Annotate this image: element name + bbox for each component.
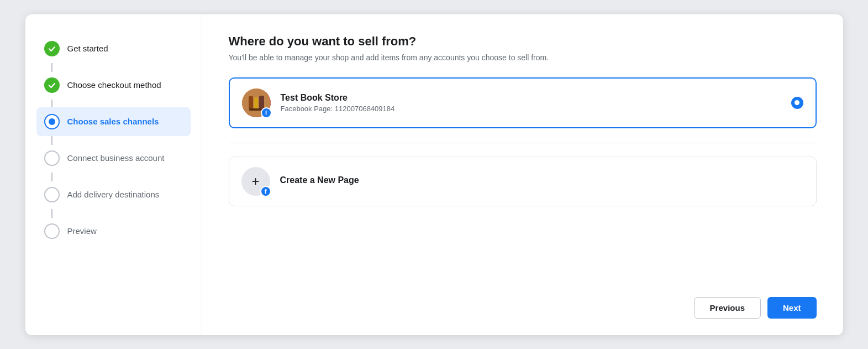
account-radio-selected[interactable] [791,97,803,109]
facebook-badge: f [261,107,272,118]
modal-container: Get started Choose checkout method Choos… [25,14,843,335]
step-icon-add-delivery [44,187,60,202]
sidebar-item-preview[interactable]: Preview [36,217,191,246]
sidebar-item-choose-checkout-method[interactable]: Choose checkout method [36,71,191,100]
account-sub: Facebook Page: 112007068409184 [281,105,781,113]
new-page-avatar: + f [241,167,270,196]
account-info: Test Book Store Facebook Page: 112007068… [281,93,781,113]
sidebar-item-get-started[interactable]: Get started [36,34,191,63]
sidebar-item-preview-label: Preview [67,226,97,236]
sidebar-item-choose-checkout-label: Choose checkout method [67,80,161,90]
main-content: Where do you want to sell from? You'll b… [202,14,843,335]
sidebar-item-choose-sales-channels[interactable]: Choose sales channels [36,107,191,136]
sidebar-item-choose-sales-label: Choose sales channels [67,117,159,126]
new-page-fb-badge: f [260,186,271,197]
account-avatar: f [242,88,271,117]
section-divider [229,143,817,143]
new-page-label: Create a New Page [280,175,804,185]
page-subtitle: You'll be able to manage your shop and a… [229,53,817,62]
plus-icon: + [251,175,259,188]
radio-inner [795,100,799,105]
sidebar: Get started Choose checkout method Choos… [25,14,202,335]
step-icon-choose-sales [44,114,60,129]
account-card-test-book-store[interactable]: f Test Book Store Facebook Page: 1120070… [229,77,817,128]
step-icon-connect-business [44,150,60,166]
new-page-info: Create a New Page [280,175,804,187]
footer: Previous Next [229,286,817,319]
page-title: Where do you want to sell from? [229,34,817,49]
next-button[interactable]: Next [767,297,817,319]
sidebar-item-add-delivery[interactable]: Add delivery destinations [36,180,191,209]
step-icon-preview [44,223,60,239]
svg-rect-1 [249,96,253,110]
create-new-page-card[interactable]: + f Create a New Page [229,157,817,206]
previous-button[interactable]: Previous [694,297,761,319]
svg-rect-3 [259,96,264,110]
sidebar-item-get-started-label: Get started [67,44,108,53]
step-icon-get-started [44,41,60,56]
sidebar-item-add-delivery-label: Add delivery destinations [67,190,160,199]
account-name: Test Book Store [281,93,781,103]
sidebar-item-connect-business-label: Connect business account [67,153,165,163]
sidebar-item-connect-business[interactable]: Connect business account [36,144,191,173]
step-icon-choose-checkout [44,77,60,93]
svg-rect-2 [254,97,258,110]
